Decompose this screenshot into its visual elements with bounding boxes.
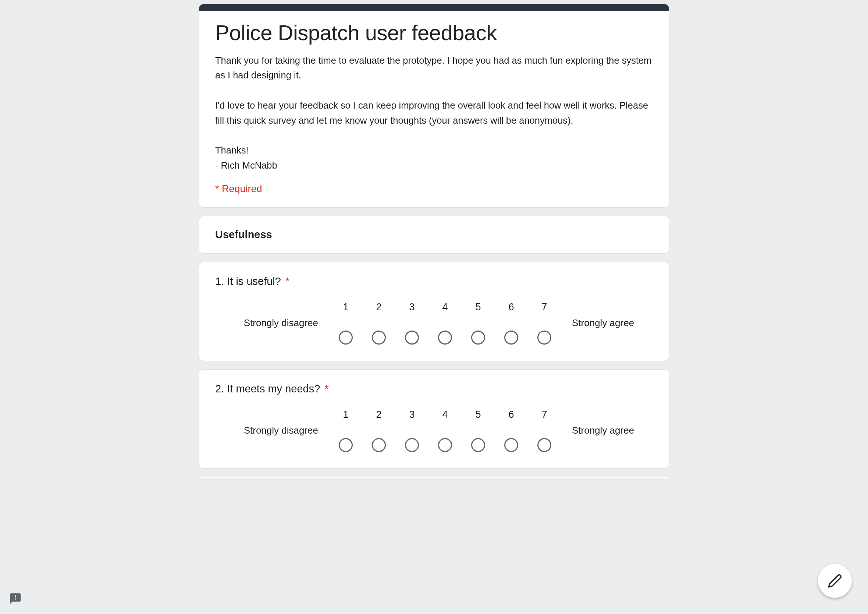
form-title: Police Dispatch user feedback [215,20,653,47]
likert-scale: 1 2 3 4 5 6 7 [329,409,561,452]
likert-row: Strongly disagree 1 2 3 4 5 6 7 Strongly… [215,302,653,345]
likert-low-label: Strongly disagree [234,317,318,329]
radio-q2-1[interactable] [339,438,353,452]
scale-number: 2 [376,409,381,420]
radio-q1-5[interactable] [471,331,485,345]
required-note: * Required [215,183,653,195]
form-header-accent [199,4,669,11]
form-description: Thank you for taking the time to evaluat… [215,53,653,173]
scale-number: 7 [541,302,547,313]
scale-number: 4 [442,409,448,420]
radio-q2-3[interactable] [405,438,419,452]
radio-q1-4[interactable] [438,331,452,345]
edit-form-button[interactable] [818,564,852,598]
section-title: Usefulness [215,229,653,241]
next-card-peek [198,477,670,478]
radio-q1-1[interactable] [339,331,353,345]
required-asterisk: * [285,275,290,287]
scale-number: 3 [409,302,414,313]
question-title: 2. It meets my needs? * [215,383,653,395]
question-title: 1. It is useful? * [215,275,653,288]
radio-q2-4[interactable] [438,438,452,452]
scale-number: 7 [541,409,547,420]
radio-q1-7[interactable] [537,331,551,345]
likert-high-label: Strongly agree [572,425,634,436]
report-problem-button[interactable] [8,591,23,606]
pencil-icon [828,574,842,588]
scale-number: 5 [475,302,481,313]
radio-q2-7[interactable] [537,438,551,452]
radio-q2-5[interactable] [471,438,485,452]
form-header-card: Police Dispatch user feedback Thank you … [198,4,670,208]
scale-number: 2 [376,302,381,313]
scale-number: 6 [508,302,514,313]
report-icon [9,592,22,605]
question-card-2: 2. It meets my needs? * Strongly disagre… [198,369,670,469]
question-text: 2. It meets my needs? [215,383,320,395]
radio-q1-6[interactable] [504,331,518,345]
scale-number: 1 [343,302,348,313]
scale-number: 3 [409,409,414,420]
likert-row: Strongly disagree 1 2 3 4 5 6 7 Strongly… [215,409,653,452]
question-text: 1. It is useful? [215,275,281,287]
scale-number: 4 [442,302,448,313]
likert-scale: 1 2 3 4 5 6 7 [329,302,561,345]
likert-high-label: Strongly agree [572,317,634,329]
radio-q1-2[interactable] [372,331,386,345]
scale-number: 5 [475,409,481,420]
radio-q2-6[interactable] [504,438,518,452]
required-asterisk: * [324,383,329,395]
likert-low-label: Strongly disagree [234,425,318,436]
question-card-1: 1. It is useful? * Strongly disagree 1 2… [198,262,670,361]
section-header-card: Usefulness [198,216,670,253]
scale-number: 1 [343,409,348,420]
radio-q1-3[interactable] [405,331,419,345]
scale-number: 6 [508,409,514,420]
radio-q2-2[interactable] [372,438,386,452]
